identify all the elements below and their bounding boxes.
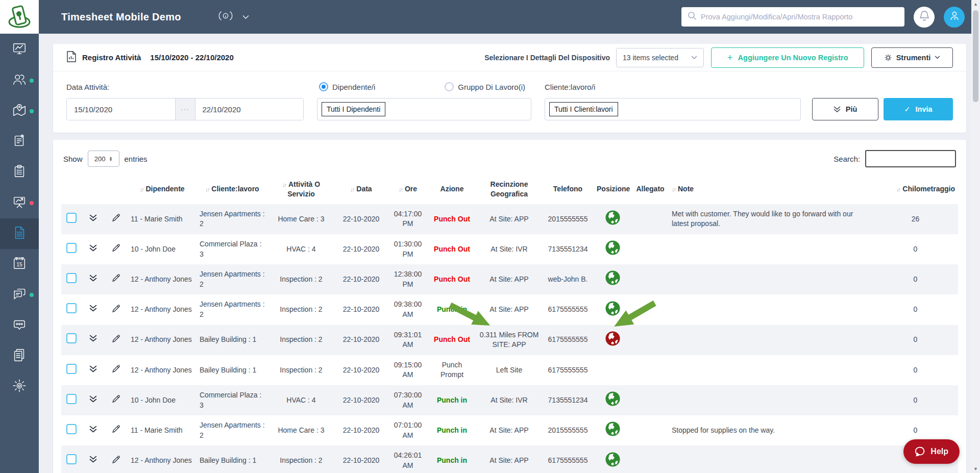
column-header-date[interactable]: ↓↑Data [334, 175, 388, 204]
cell-edit [105, 385, 128, 415]
report-document-icon [66, 51, 76, 64]
client-filter-input[interactable]: Tutti I Clienti:lavori [545, 98, 801, 120]
sidebar-item-settings-gear[interactable] [0, 371, 39, 402]
user-menu-button[interactable] [944, 7, 965, 28]
sidebar-item-dashboard-chart[interactable] [0, 35, 39, 65]
position-globe-icon[interactable] [605, 210, 621, 226]
cell-position [594, 204, 632, 234]
sidebar-item-document-report[interactable] [0, 218, 39, 249]
expand-row-button[interactable] [89, 244, 97, 252]
column-header-employee[interactable]: ↓↑Dipendente [128, 175, 197, 204]
scrollbar-thumb[interactable] [973, 10, 978, 102]
date-to-input[interactable]: 22/10/2020 [195, 98, 304, 120]
team-users-icon [12, 72, 27, 89]
date-from-input[interactable]: 15/10/2020 [67, 98, 175, 120]
position-globe-icon[interactable] [605, 452, 621, 467]
expand-row-button[interactable] [89, 365, 97, 372]
employee-radio[interactable] [319, 82, 328, 91]
action-status: Punch in [437, 396, 467, 404]
sidebar-item-chat-messages[interactable] [0, 280, 39, 310]
row-checkbox[interactable] [66, 213, 77, 223]
expand-row-button[interactable] [89, 335, 97, 342]
cell-service: Home Care : 3 [268, 204, 334, 234]
row-checkbox[interactable] [66, 454, 77, 464]
cell-expand [82, 264, 105, 294]
cell-date: 22-10-2020 [334, 325, 388, 355]
cell-attachment [632, 234, 669, 264]
sidebar-item-team-users[interactable] [0, 65, 39, 96]
row-checkbox[interactable] [66, 333, 77, 343]
more-filters-button[interactable]: Più [812, 98, 878, 120]
sidebar-item-notebook[interactable] [0, 127, 39, 157]
position-globe-icon[interactable] [605, 240, 621, 256]
edit-row-button[interactable] [111, 424, 121, 434]
expand-row-button[interactable] [89, 426, 97, 433]
row-checkbox[interactable] [66, 303, 77, 313]
row-checkbox[interactable] [66, 424, 77, 434]
cell-date: 22-10-2020 [334, 264, 388, 294]
svg-text:15: 15 [16, 262, 22, 267]
expand-row-button[interactable] [89, 214, 97, 221]
column-header-mileage[interactable]: ↓↑Chilometraggio [873, 175, 958, 204]
position-globe-icon[interactable] [605, 421, 621, 437]
clipboard-checklist-icon [12, 164, 27, 181]
position-globe-icon[interactable] [605, 391, 621, 407]
expand-row-button[interactable] [89, 275, 97, 282]
edit-row-button[interactable] [111, 394, 121, 404]
global-search-input[interactable] [701, 13, 898, 21]
scroll-up-arrow[interactable]: ▲ [973, 0, 978, 8]
scroll-down-arrow[interactable]: ▼ [973, 465, 978, 473]
employees-filter-input[interactable]: Tutti I Dipendenti [317, 98, 531, 120]
app-logo[interactable] [0, 0, 39, 34]
broadcast-icon[interactable] [218, 9, 233, 24]
chevron-down-icon[interactable] [242, 15, 249, 19]
page-scrollbar[interactable]: ▲ ▼ [971, 0, 980, 473]
row-checkbox[interactable] [66, 273, 77, 283]
sidebar-nav: 15 [0, 34, 39, 473]
cell-expand [82, 415, 105, 445]
tools-button[interactable]: Strumenti [871, 47, 953, 68]
position-globe-icon[interactable] [605, 270, 621, 286]
expand-row-button[interactable] [89, 395, 97, 403]
row-checkbox[interactable] [66, 243, 77, 253]
position-globe-icon[interactable] [605, 301, 621, 316]
entries-select[interactable]: 200 ▲▼ [88, 151, 119, 167]
edit-row-button[interactable] [111, 364, 121, 374]
notifications-button[interactable] [914, 7, 935, 28]
expand-row-button[interactable] [89, 456, 97, 463]
expand-row-button[interactable] [89, 305, 97, 312]
add-new-record-button[interactable]: + Aggiungere Un Nuovo Registro [711, 47, 864, 68]
submit-button[interactable]: ✓ Invia [884, 98, 953, 120]
cell-phone: 6175555555 [542, 294, 594, 325]
edit-row-button[interactable] [111, 243, 121, 253]
cell-action: Punch Out [428, 325, 476, 355]
edit-row-button[interactable] [111, 334, 121, 343]
employees-filter-chip[interactable]: Tutti I Dipendenti [322, 102, 385, 116]
sidebar-item-pages[interactable] [0, 341, 39, 371]
workgroup-radio[interactable] [445, 82, 454, 91]
sidebar-item-presentation-chart[interactable] [0, 188, 39, 218]
row-checkbox[interactable] [66, 364, 77, 374]
column-header-time[interactable]: ↓↑Ore [388, 175, 428, 204]
table-search-input[interactable] [865, 150, 956, 167]
edit-row-button[interactable] [111, 273, 121, 283]
cell-employee: 12 - Anthony Jones [128, 264, 197, 294]
edit-row-button[interactable] [111, 304, 121, 313]
sidebar-item-clipboard-checklist[interactable] [0, 157, 39, 188]
sidebar-item-comment-dots[interactable] [0, 310, 39, 341]
row-checkbox[interactable] [66, 394, 77, 404]
column-header-note[interactable]: ↓↑Note [669, 175, 873, 204]
client-filter-chip[interactable]: Tutti I Clienti:lavori [549, 102, 618, 116]
cell-action: Punch in [428, 415, 476, 445]
cell-date: 22-10-2020 [334, 415, 388, 445]
position-globe-icon[interactable] [605, 331, 621, 346]
edit-row-button[interactable] [111, 455, 121, 464]
sidebar-item-map-pin[interactable] [0, 96, 39, 127]
cell-geofence: At Site: IVR [476, 385, 542, 415]
column-header-client[interactable]: ↓↑Cliente:lavoro [197, 175, 268, 204]
device-details-select[interactable]: 13 items selected [616, 48, 704, 67]
column-header-service[interactable]: ↓↑Attività O Servizio [268, 175, 334, 204]
help-button[interactable]: Help [903, 439, 960, 464]
sidebar-item-calendar[interactable]: 15 [0, 249, 39, 280]
edit-row-button[interactable] [111, 213, 121, 222]
